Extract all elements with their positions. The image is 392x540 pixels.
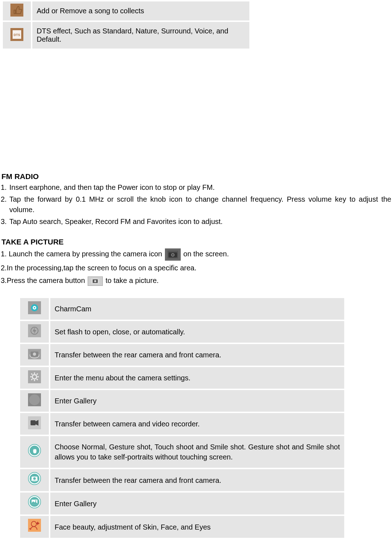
- take-a-picture-heading: TAKE A PICTURE: [1, 238, 391, 246]
- step-line: 1. Launch the camera by pressing the cam…: [1, 248, 391, 261]
- list-item: 2.Tap the forward by 0.1 MHz or scroll t…: [1, 194, 391, 215]
- svg-rect-20: [28, 370, 41, 383]
- table-row: Add or Remove a song to collects: [3, 1, 249, 20]
- icon-cell: [20, 436, 49, 468]
- settings-gear-icon: [28, 370, 41, 383]
- music-icons-table: Add or Remove a song to collects DTS DTS…: [1, 0, 251, 50]
- icon-description: DTS effect, Such as Standard, Nature, Su…: [32, 22, 249, 49]
- icon-description: Enter Gallery: [50, 390, 344, 412]
- icon-cell: [20, 367, 49, 389]
- svg-point-7: [172, 254, 174, 256]
- icon-description: Add or Remove a song to collects: [32, 1, 249, 20]
- icon-description: Transfer between camera and video record…: [50, 413, 344, 435]
- icon-cell: [20, 321, 49, 343]
- charmcam-icon: [28, 301, 41, 314]
- dts-icon: DTS: [10, 28, 23, 41]
- gesture-shot-icon: [28, 444, 41, 457]
- svg-point-39: [33, 477, 36, 480]
- svg-line-29: [31, 379, 32, 380]
- icon-cell: [20, 298, 49, 320]
- icon-cell: [20, 469, 49, 491]
- icon-cell: DTS: [3, 22, 31, 49]
- table-row: Enter the menu about the camera settings…: [20, 367, 344, 389]
- icon-description: Set flash to open, close, or automatical…: [50, 321, 344, 343]
- camera-app-icon: [165, 248, 181, 261]
- svg-line-26: [31, 374, 32, 375]
- fm-radio-heading: FM RADIO: [1, 172, 391, 181]
- icon-cell: [20, 413, 49, 435]
- table-row: Transfer between camera and video record…: [20, 413, 344, 435]
- icon-description: Enter Gallery: [50, 493, 344, 514]
- icon-description: Enter the menu about the camera settings…: [50, 367, 344, 389]
- fm-radio-section: FM RADIO 1.Insert earphone, and then tap…: [0, 172, 392, 539]
- icon-description: Face beauty, adjustment of Skin, Face, a…: [50, 516, 344, 538]
- icon-cell: [20, 493, 49, 514]
- list-item: 1.Insert earphone, and then tap the Powe…: [1, 182, 391, 193]
- video-recorder-icon: [28, 416, 41, 429]
- svg-point-31: [29, 394, 40, 405]
- table-row: CharmCam: [20, 298, 344, 320]
- step-line: 3.Press the camera button to take a pict…: [1, 275, 391, 286]
- table-row: Face beauty, adjustment of Skin, Face, a…: [20, 516, 344, 538]
- table-row: Transfer between the rear camera and fro…: [20, 344, 344, 366]
- icon-cell: [3, 1, 31, 20]
- camera-icons-table: CharmCam Set flash to open, close, or au…: [19, 297, 346, 539]
- icon-description: CharmCam: [50, 298, 344, 320]
- table-row: Enter Gallery: [20, 390, 344, 412]
- take-a-picture-section: TAKE A PICTURE 1. Launch the camera by p…: [1, 238, 391, 286]
- svg-line-28: [37, 374, 38, 375]
- table-row: Choose Normal, Gesture shot, Touch shoot…: [20, 436, 344, 468]
- icon-cell: [20, 344, 49, 366]
- flash-icon: [28, 324, 41, 337]
- svg-line-27: [37, 379, 38, 380]
- thumbs-up-icon: [10, 4, 23, 17]
- gallery-teal-icon: [28, 495, 41, 508]
- step-line: 2.In the processing,tap the screen to fo…: [1, 263, 391, 273]
- table-row: Transfer between the rear camera and fro…: [20, 469, 344, 491]
- table-row: DTS DTS effect, Such as Standard, Nature…: [3, 22, 249, 49]
- table-row: Enter Gallery: [20, 493, 344, 514]
- svg-point-19: [33, 352, 36, 356]
- icon-cell: [20, 390, 49, 412]
- switch-camera-icon: [28, 348, 41, 361]
- camera-shutter-icon: [88, 276, 103, 286]
- icon-description: Choose Normal, Gesture shot, Touch shoot…: [50, 436, 344, 468]
- table-row: Set flash to open, close, or automatical…: [20, 321, 344, 343]
- svg-text:DTS: DTS: [14, 33, 20, 37]
- icon-description: Transfer between the rear camera and fro…: [50, 344, 344, 366]
- icon-cell: [20, 516, 49, 538]
- icon-description: Transfer between the rear camera and fro…: [50, 469, 344, 491]
- svg-point-43: [35, 500, 37, 502]
- svg-rect-33: [31, 420, 36, 425]
- svg-point-14: [34, 307, 35, 308]
- switch-camera-teal-icon: [28, 472, 41, 485]
- list-item: 3.Tap Auto search, Speaker, Record FM an…: [1, 216, 391, 227]
- face-beauty-icon: [28, 519, 41, 532]
- svg-point-10: [94, 280, 96, 282]
- gallery-gray-icon: [28, 393, 41, 406]
